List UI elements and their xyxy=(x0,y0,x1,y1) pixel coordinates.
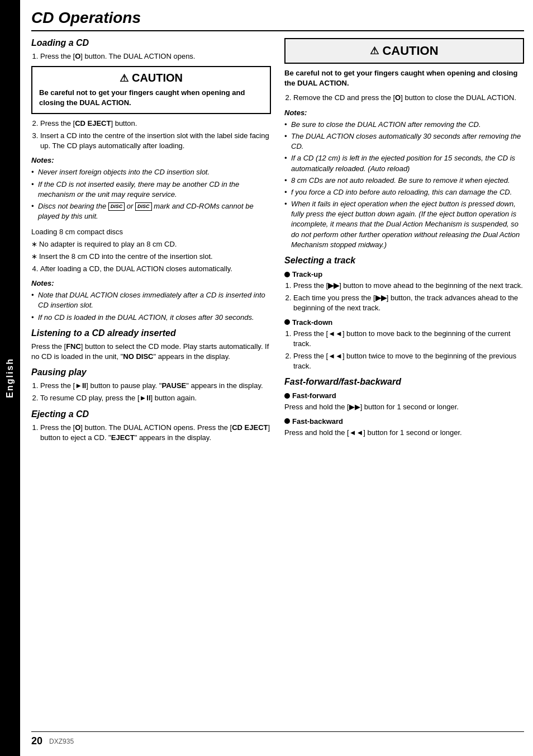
pausing-title: Pausing play xyxy=(31,367,271,377)
fast-fwd-title: Fast-forward xyxy=(284,391,524,400)
listening-title: Listening to a CD already inserted xyxy=(31,328,271,338)
track-up-step-2: Each time you press the [▶▶] button, the… xyxy=(293,293,524,313)
track-down-label: Track-down xyxy=(292,318,332,327)
ejecting-step-2-right: Remove the CD and press the [O] button t… xyxy=(284,93,524,103)
loading-8cm-item-1: No adapter is required to play an 8 cm C… xyxy=(31,239,271,249)
loading-8cm-item-2: Insert the 8 cm CD into the centre of th… xyxy=(31,252,271,262)
page: English CD Operations Loading a CD Press… xyxy=(0,0,533,756)
loading-cd-title: Loading a CD xyxy=(31,38,271,48)
note2-item-2: If no CD is loaded in the DUAL ACTION, i… xyxy=(31,313,271,323)
loading-step-1: Press the [O] button. The DUAL ACTION op… xyxy=(40,51,271,62)
ejecting-steps-left: Press the [O] button. The DUAL ACTION op… xyxy=(31,423,271,443)
caution-label-left: CAUTION xyxy=(132,72,183,84)
pausing-step-1: Press the [►II] button to pause play. "P… xyxy=(40,381,271,391)
listening-text: Press the [FNC] button to select the CD … xyxy=(31,342,271,362)
loading-step-4: After loading a CD, the DUAL ACTION clos… xyxy=(31,264,271,274)
notes-label-right: Notes: xyxy=(284,108,524,118)
track-down-title: Track-down xyxy=(284,318,524,327)
caution-header-left: ⚠ CAUTION xyxy=(39,72,263,84)
track-up-title: Track-up xyxy=(284,270,524,278)
track-down-bullet-icon xyxy=(284,319,290,325)
right-note-3: If a CD (12 cm) is left in the ejected p… xyxy=(284,153,524,173)
caution-triangle-icon: ⚠ xyxy=(120,72,129,84)
loading-step-1-text: Press the [O] button. The DUAL ACTION op… xyxy=(40,52,195,60)
fast-bwd-text: Press and hold the [◄◄] button for 1 sec… xyxy=(284,428,524,438)
notes-list-right: Be sure to close the DUAL ACTION after r… xyxy=(284,120,524,250)
step-4: After loading a CD, the DUAL ACTION clos… xyxy=(40,264,271,274)
ejecting-step-2: Remove the CD and press the [O] button t… xyxy=(293,93,524,103)
fast-bwd-title: Fast-backward xyxy=(284,417,524,426)
right-column: ⚠ CAUTION Be careful not to get your fin… xyxy=(284,38,524,722)
page-number: 20 xyxy=(31,735,42,747)
track-up-step-1: Press the [▶▶] button to move ahead to t… xyxy=(293,281,524,291)
loading-steps-list: Press the [O] button. The DUAL ACTION op… xyxy=(31,51,271,62)
right-note-2: The DUAL ACTION closes automatically 30 … xyxy=(284,131,524,152)
caution-text-right: Be careful not to get your fingers caugh… xyxy=(284,68,524,88)
fast-bwd-bullet-icon xyxy=(284,418,290,424)
sidebar: English xyxy=(0,0,20,756)
right-note-4: 8 cm CDs are not auto reloaded. Be sure … xyxy=(284,176,524,186)
sidebar-label: English xyxy=(5,358,15,398)
track-down-step-2: Press the [◄◄] button twice to move to t… xyxy=(293,351,524,371)
note2-item-1: Note that DUAL ACTION closes immediately… xyxy=(31,290,271,310)
page-footer: 20 DXZ935 xyxy=(31,731,524,747)
page-title: CD Operations xyxy=(31,9,524,31)
notes-label-2: Notes: xyxy=(31,278,271,289)
left-column: Loading a CD Press the [O] button. The D… xyxy=(31,38,271,722)
fast-fwd-label: Fast-forward xyxy=(292,391,336,400)
pausing-steps: Press the [►II] button to pause play. "P… xyxy=(31,381,271,403)
note-item-3: Discs not bearing the DISC or DISC mark … xyxy=(31,201,271,221)
note-item-2: If the CD is not inserted easily, there … xyxy=(31,179,271,200)
track-down-step-1: Press the [◄◄] button to move back to th… xyxy=(293,329,524,349)
right-note-5: f you force a CD into before auto reload… xyxy=(284,187,524,197)
track-down-steps: Press the [◄◄] button to move back to th… xyxy=(284,329,524,372)
right-note-1: Be sure to close the DUAL ACTION after r… xyxy=(284,120,524,130)
notes-list-2: Note that DUAL ACTION closes immediately… xyxy=(31,290,271,323)
ejecting-step-1: Press the [O] button. The DUAL ACTION op… xyxy=(40,423,271,443)
caution-text-left: Be careful not to get your fingers caugh… xyxy=(39,88,263,108)
fast-fwd-text: Press and hold the [▶▶] button for 1 sec… xyxy=(284,402,524,412)
pausing-step-2: To resume CD play, press the [►II] butto… xyxy=(40,393,271,403)
caution-triangle-right-icon: ⚠ xyxy=(370,45,379,57)
fast-bwd-label: Fast-backward xyxy=(292,417,343,426)
ejecting-title: Ejecting a CD xyxy=(31,409,271,419)
caution-box-left: ⚠ CAUTION Be careful not to get your fin… xyxy=(31,66,271,114)
caution-label-right: CAUTION xyxy=(382,44,438,58)
loading-8cm-label: Loading 8 cm compact discs xyxy=(31,227,271,237)
loading-step-3-text: Insert a CD into the centre of the inser… xyxy=(40,131,269,150)
track-up-steps: Press the [▶▶] button to move ahead to t… xyxy=(284,281,524,314)
right-note-6: When it fails in eject operation when th… xyxy=(284,199,524,250)
selecting-track-title: Selecting a track xyxy=(284,256,524,266)
loading-step-2-text: Press the [CD EJECT] button. xyxy=(40,119,137,127)
notes-list-1: Never insert foreign objects into the CD… xyxy=(31,167,271,221)
track-up-label: Track-up xyxy=(292,270,322,278)
loading-steps-2-3: Press the [CD EJECT] button. Insert a CD… xyxy=(31,119,271,152)
loading-8cm-list: No adapter is required to play an 8 cm C… xyxy=(31,239,271,261)
note-item-1: Never insert foreign objects into the CD… xyxy=(31,167,271,177)
two-column-layout: Loading a CD Press the [O] button. The D… xyxy=(31,38,524,722)
loading-step-2: Press the [CD EJECT] button. xyxy=(40,119,271,129)
fast-fwd-bullet-icon xyxy=(284,393,290,399)
loading-step-3: Insert a CD into the centre of the inser… xyxy=(40,131,271,151)
model-number: DXZ935 xyxy=(49,738,74,745)
notes-label-1: Notes: xyxy=(31,155,271,166)
track-up-bullet-icon xyxy=(284,272,290,277)
fast-forward-title: Fast-forward/fast-backward xyxy=(284,377,524,387)
main-content: CD Operations Loading a CD Press the [O]… xyxy=(20,0,533,756)
caution-box-right: ⚠ CAUTION xyxy=(284,38,524,64)
